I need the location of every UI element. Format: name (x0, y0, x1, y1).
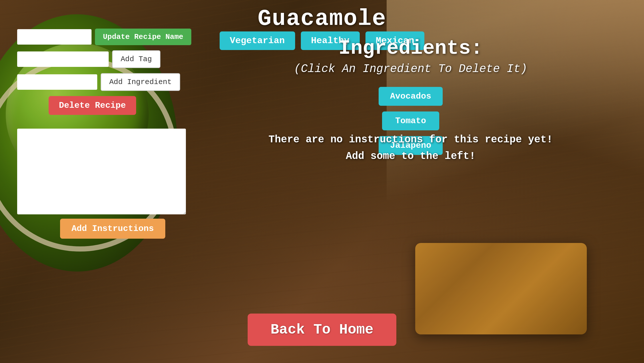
recipe-name-input[interactable] (17, 29, 92, 45)
add-instructions-button[interactable]: Add Instructions (60, 219, 165, 239)
delete-recipe-button[interactable]: Delete Recipe (49, 96, 136, 115)
instructions-textarea[interactable] (17, 129, 186, 214)
no-instructions-message: There are no instructions for this recip… (194, 131, 627, 164)
cutting-board-decoration (415, 243, 587, 334)
ingredient-avocados[interactable]: Avocados (379, 87, 443, 106)
add-tag-row: Add Tag (17, 50, 191, 68)
left-controls-panel: Update Recipe Name Add Tag Add Ingredien… (17, 29, 191, 115)
update-recipe-name-button[interactable]: Update Recipe Name (95, 29, 191, 45)
add-tag-button[interactable]: Add Tag (112, 50, 160, 68)
add-ingredient-row: Add Ingredient (17, 73, 191, 91)
update-recipe-name-row: Update Recipe Name (17, 29, 191, 45)
ingredient-input[interactable] (17, 74, 97, 90)
no-instructions-text-content: There are no instructions for this recip… (269, 134, 553, 162)
tag-input[interactable] (17, 51, 109, 67)
ingredients-title: Ingredients: (194, 37, 627, 60)
back-to-home-button[interactable]: Back To Home (248, 314, 396, 346)
ingredients-subtitle: (Click An Ingredient To Delete It) (194, 63, 627, 75)
add-ingredient-button[interactable]: Add Ingredient (101, 73, 180, 91)
page-title: Guacamole (0, 0, 644, 32)
ingredient-tomato[interactable]: Tomato (382, 111, 439, 130)
